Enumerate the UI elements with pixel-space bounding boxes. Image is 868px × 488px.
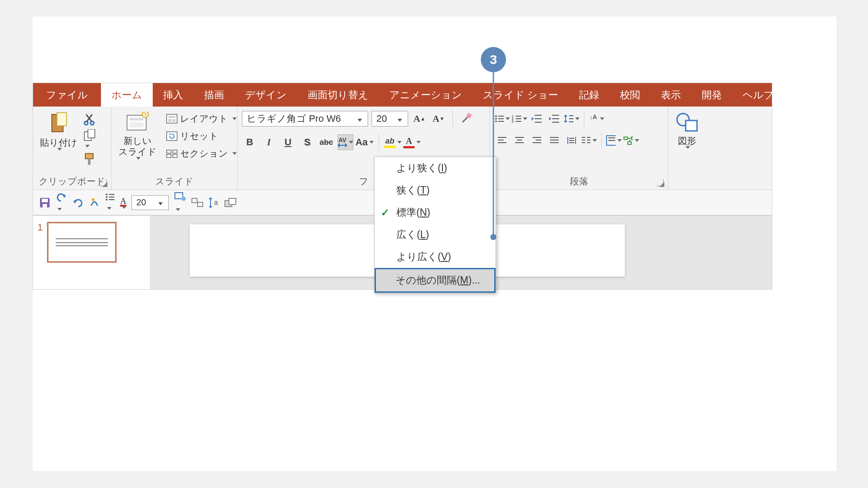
spacing-more-options[interactable]: その他の間隔(M)... xyxy=(375,268,496,293)
underline-button[interactable]: U xyxy=(280,134,296,150)
svg-rect-29 xyxy=(498,121,504,122)
thumbnail-pane[interactable]: 1 xyxy=(33,216,151,289)
reset-label: リセット xyxy=(180,130,218,142)
spacing-normal[interactable]: ✓ 標準(N) xyxy=(375,201,496,224)
change-case-button[interactable]: Aa xyxy=(357,134,372,150)
tab-draw[interactable]: 描画 xyxy=(194,83,235,107)
svg-point-51 xyxy=(106,199,107,201)
numbering-button[interactable]: 123 xyxy=(512,111,527,127)
spacing-tight[interactable]: 狭く(T) xyxy=(375,179,496,201)
tab-file[interactable]: ファイル xyxy=(33,83,101,107)
align-center-button[interactable] xyxy=(512,133,527,148)
decrease-font-button[interactable]: A▼ xyxy=(431,111,446,127)
shape-fill-qat[interactable] xyxy=(174,192,186,214)
font-size-value: 20 xyxy=(376,113,395,124)
tab-record[interactable]: 記録 xyxy=(569,83,610,107)
paste-label: 貼り付け xyxy=(40,137,77,148)
layout-button[interactable]: レイアウト xyxy=(164,112,239,126)
group-shapes: 図形 xyxy=(668,107,772,190)
chevron-down-icon xyxy=(355,113,364,124)
font-size-combo[interactable]: 20 xyxy=(372,111,408,127)
thumb-number: 1 xyxy=(37,222,43,283)
section-button[interactable]: セクション xyxy=(164,147,239,160)
thumb-content xyxy=(56,238,108,246)
bullets-button[interactable] xyxy=(494,111,510,127)
char-spacing-button[interactable]: AV xyxy=(338,134,353,150)
char-spacing-menu: より狭く(I) 狭く(T) ✓ 標準(N) 広く(L) より広く(V) その他の… xyxy=(374,157,496,293)
tab-help[interactable]: ヘルプ xyxy=(732,83,784,107)
text-direction-button[interactable]: ↓A xyxy=(589,111,604,127)
align-right-button[interactable] xyxy=(529,133,545,148)
spacing-very-tight[interactable]: より狭く(I) xyxy=(375,157,496,179)
svg-rect-11 xyxy=(130,118,144,120)
italic-button[interactable]: I xyxy=(261,134,277,150)
tab-developer[interactable]: 開発 xyxy=(691,83,732,107)
svg-rect-21 xyxy=(173,150,177,153)
shapes-button[interactable]: 図形 xyxy=(673,110,701,149)
redo-button[interactable] xyxy=(72,198,84,207)
justify-button[interactable] xyxy=(546,133,562,148)
paste-button[interactable]: 貼り付け xyxy=(37,110,80,150)
align-left-button[interactable] xyxy=(494,133,510,148)
tab-view[interactable]: 表示 xyxy=(650,83,691,107)
tab-slideshow[interactable]: スライド ショー xyxy=(473,83,569,107)
spacing-very-loose[interactable]: より広く(V) xyxy=(375,246,496,268)
svg-rect-16 xyxy=(168,119,171,122)
svg-rect-17 xyxy=(172,119,175,122)
bullets-qat[interactable] xyxy=(105,193,115,212)
text-shadow-button[interactable]: S xyxy=(299,134,315,150)
tab-animations[interactable]: アニメーション xyxy=(379,83,473,107)
bullets-icon xyxy=(494,114,504,123)
tab-design[interactable]: デザイン xyxy=(235,83,297,107)
format-painter-icon[interactable] xyxy=(84,153,97,166)
clipboard-icon xyxy=(49,112,68,134)
font-size-qat[interactable]: 20 xyxy=(131,195,169,210)
tab-insert[interactable]: 挿入 xyxy=(153,83,194,107)
group-qat[interactable] xyxy=(191,198,204,207)
columns-button[interactable] xyxy=(581,133,597,148)
save-icon[interactable] xyxy=(39,197,50,208)
decrease-indent-button[interactable] xyxy=(529,111,545,127)
qat-size-value: 20 xyxy=(136,197,156,207)
paragraph-launcher[interactable] xyxy=(657,179,664,186)
align-text-button[interactable] xyxy=(606,133,622,148)
align-qat[interactable]: a xyxy=(209,197,219,208)
cut-icon[interactable] xyxy=(84,113,97,126)
line-spacing-button[interactable] xyxy=(564,111,580,127)
svg-rect-50 xyxy=(109,197,114,197)
increase-indent-button[interactable] xyxy=(546,111,562,127)
clear-format-button[interactable] xyxy=(459,111,475,127)
reset-button[interactable]: リセット xyxy=(164,129,239,143)
svg-point-46 xyxy=(92,198,94,201)
svg-rect-22 xyxy=(173,154,177,157)
tab-transitions[interactable]: 画面切り替え xyxy=(297,83,379,107)
tab-home[interactable]: ホーム xyxy=(101,83,153,107)
shapes-label: 図形 xyxy=(678,135,696,146)
svg-rect-45 xyxy=(43,204,47,207)
increase-font-button[interactable]: A▲ xyxy=(412,111,427,127)
font-color-button[interactable]: A xyxy=(404,134,420,150)
tab-review[interactable]: 校閲 xyxy=(610,83,650,107)
new-slide-button[interactable]: 新しい スライド xyxy=(116,110,159,160)
svg-rect-33 xyxy=(516,118,521,119)
font-family-combo[interactable]: ヒラギノ角ゴ Pro W6 xyxy=(242,111,368,127)
highlight-button[interactable]: ab xyxy=(385,134,401,150)
copy-icon[interactable] xyxy=(84,129,97,149)
svg-rect-39 xyxy=(631,137,633,140)
ink-button[interactable] xyxy=(89,197,100,208)
distributed-button[interactable] xyxy=(564,133,580,148)
spacing-loose[interactable]: 広く(L) xyxy=(375,224,496,246)
section-icon xyxy=(166,149,178,158)
smartart-button[interactable] xyxy=(623,133,639,148)
bold-button[interactable]: B xyxy=(242,134,258,150)
svg-text:↓A: ↓A xyxy=(590,114,597,120)
clipboard-launcher[interactable] xyxy=(100,179,107,186)
layers-qat[interactable] xyxy=(225,198,237,207)
strikethrough-button[interactable]: abc xyxy=(318,134,334,150)
font-color-qat[interactable]: A xyxy=(120,196,126,209)
slide-thumbnail-1[interactable] xyxy=(47,222,117,263)
undo-button[interactable] xyxy=(56,192,67,213)
check-icon: ✓ xyxy=(381,207,389,219)
svg-rect-38 xyxy=(624,137,627,140)
group-slides-label: スライド xyxy=(155,175,194,187)
